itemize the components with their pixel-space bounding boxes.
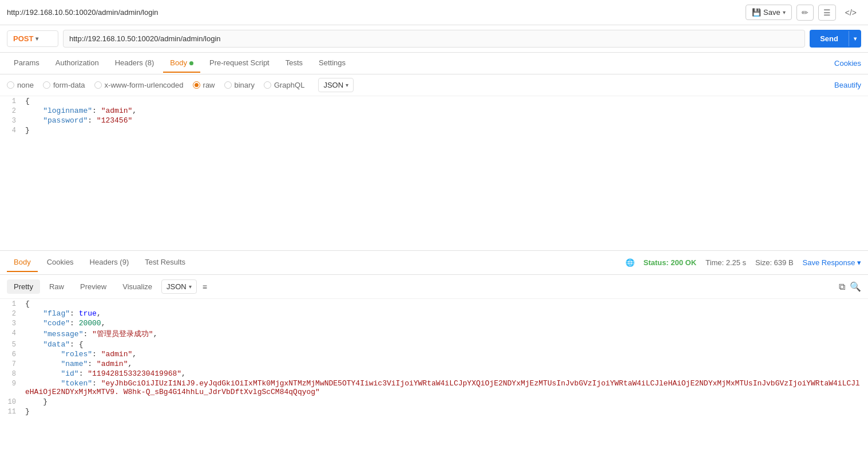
option-binary[interactable]: binary — [224, 81, 255, 89]
req-line-2: 2 "loginname": "admin", — [0, 106, 868, 116]
fmt-visualize[interactable]: Visualize — [116, 279, 159, 294]
option-formdata[interactable]: form-data — [43, 81, 85, 89]
response-body: 1 { 2 "flag": true, 3 "code": 20000, 4 "… — [0, 299, 868, 449]
resp-tab-headers[interactable]: Headers (9) — [83, 253, 136, 272]
method-select[interactable]: POST ▾ — [7, 30, 58, 47]
response-format-bar: Pretty Raw Preview Visualize JSON ▾ ≡ ⧉ … — [0, 275, 868, 299]
response-format-select[interactable]: JSON ▾ — [161, 279, 197, 294]
beautify-button[interactable]: Beautify — [834, 81, 861, 89]
save-label: Save — [763, 8, 780, 17]
option-urlencoded[interactable]: x-www-form-urlencoded — [94, 81, 184, 89]
req-line-1: 1 { — [0, 96, 868, 106]
response-actions: ⧉ 🔍 — [839, 281, 861, 292]
fmt-raw[interactable]: Raw — [42, 279, 71, 294]
top-bar: http://192.168.10.50:10020/admin/admin/l… — [0, 0, 868, 25]
top-bar-actions: 💾 Save ▾ ✏ ☰ </> — [746, 5, 861, 21]
tab-settings[interactable]: Settings — [312, 54, 352, 73]
save-chevron-icon: ▾ — [783, 9, 786, 15]
tab-authorization[interactable]: Authorization — [49, 54, 106, 73]
radio-none — [7, 81, 14, 89]
resp-line-1: 1 { — [0, 299, 868, 309]
method-label: POST — [13, 34, 33, 43]
radio-urlencoded — [94, 81, 102, 89]
response-code-lines: 1 { 2 "flag": true, 3 "code": 20000, 4 "… — [0, 299, 868, 416]
response-header: Body Cookies Headers (9) Test Results 🌐 … — [0, 251, 868, 275]
body-options: none form-data x-www-form-urlencoded raw… — [0, 74, 868, 96]
resp-line-11: 11 } — [0, 407, 868, 416]
raw-format-chevron-icon: ▾ — [346, 82, 348, 88]
option-raw-label: raw — [203, 81, 215, 89]
req-line-3: 3 "password": "123456" — [0, 116, 868, 125]
edit-button[interactable]: ✏ — [796, 5, 814, 21]
globe-icon: 🌐 — [625, 258, 635, 267]
edit-icon: ✏ — [802, 8, 808, 17]
filter-icon[interactable]: ≡ — [203, 282, 207, 292]
resp-line-7: 7 "name": "admin", — [0, 359, 868, 369]
comment-button[interactable]: ☰ — [818, 5, 836, 21]
resp-line-3: 3 "code": 20000, — [0, 318, 868, 328]
code-button[interactable]: </> — [841, 5, 861, 20]
tab-prerequest[interactable]: Pre-request Script — [203, 54, 276, 73]
request-code-lines: 1 { 2 "loginname": "admin", 3 "password"… — [0, 96, 868, 135]
option-urlencoded-label: x-www-form-urlencoded — [105, 81, 184, 89]
comment-icon: ☰ — [823, 8, 831, 17]
body-dot — [189, 61, 193, 65]
method-chevron-icon: ▾ — [35, 36, 38, 42]
radio-graphql — [264, 81, 271, 89]
radio-binary — [224, 81, 232, 89]
resp-tab-cookies[interactable]: Cookies — [40, 253, 81, 272]
code-icon: </> — [845, 8, 857, 17]
url-input[interactable] — [63, 30, 805, 48]
resp-line-9: 9 "token": "eyJhbGciOiJIUzI1NiJ9.eyJqdGk… — [0, 379, 868, 397]
tab-tests[interactable]: Tests — [279, 54, 310, 73]
resp-line-10: 10 } — [0, 397, 868, 407]
option-none-label: none — [17, 81, 34, 89]
response-status: Status: 200 OK — [644, 258, 696, 267]
fmt-pretty[interactable]: Pretty — [7, 279, 40, 294]
send-label: Send — [810, 30, 849, 48]
resp-line-8: 8 "id": "1194281533230419968", — [0, 369, 868, 379]
response-format-label: JSON — [167, 282, 187, 291]
save-icon: 💾 — [752, 8, 761, 17]
tab-params[interactable]: Params — [7, 54, 46, 73]
response-size: Size: 639 B — [755, 258, 794, 267]
tab-headers[interactable]: Headers (8) — [108, 54, 161, 73]
resp-tab-body[interactable]: Body — [7, 253, 38, 272]
send-button[interactable]: Send ▾ — [810, 30, 861, 48]
resp-line-2: 2 "flag": true, — [0, 309, 868, 318]
radio-formdata — [43, 81, 50, 89]
save-response-button[interactable]: Save Response ▾ — [803, 258, 861, 267]
fmt-preview[interactable]: Preview — [73, 279, 113, 294]
save-button[interactable]: 💾 Save ▾ — [746, 5, 792, 20]
request-body-editor[interactable]: 1 { 2 "loginname": "admin", 3 "password"… — [0, 96, 868, 251]
option-formdata-label: form-data — [53, 81, 85, 89]
tab-body[interactable]: Body — [163, 54, 200, 73]
option-binary-label: binary — [235, 81, 255, 89]
url-bar: POST ▾ Send ▾ — [0, 25, 868, 53]
response-time: Time: 2.25 s — [706, 258, 746, 267]
raw-format-label: JSON — [323, 81, 343, 89]
copy-button[interactable]: ⧉ — [839, 281, 845, 292]
top-bar-url: http://192.168.10.50:10020/admin/admin/l… — [7, 8, 158, 17]
raw-format-select[interactable]: JSON ▾ — [318, 78, 354, 92]
request-tabs: Params Authorization Headers (8) Body Pr… — [0, 53, 868, 74]
resp-line-4: 4 "message": "管理员登录成功", — [0, 328, 868, 340]
response-format-chevron-icon: ▾ — [189, 283, 192, 290]
resp-tab-testresults[interactable]: Test Results — [138, 253, 192, 272]
option-graphql-label: GraphQL — [274, 81, 304, 89]
option-raw[interactable]: raw — [193, 81, 215, 89]
radio-raw — [193, 81, 200, 89]
response-meta: 🌐 Status: 200 OK Time: 2.25 s Size: 639 … — [625, 258, 861, 267]
search-button[interactable]: 🔍 — [850, 281, 861, 292]
option-none[interactable]: none — [7, 81, 34, 89]
req-line-4: 4 } — [0, 125, 868, 135]
resp-line-6: 6 "roles": "admin", — [0, 349, 868, 359]
resp-line-5: 5 "data": { — [0, 340, 868, 349]
option-graphql[interactable]: GraphQL — [264, 81, 304, 89]
send-chevron-icon: ▾ — [849, 31, 861, 46]
cookies-link[interactable]: Cookies — [834, 59, 861, 68]
